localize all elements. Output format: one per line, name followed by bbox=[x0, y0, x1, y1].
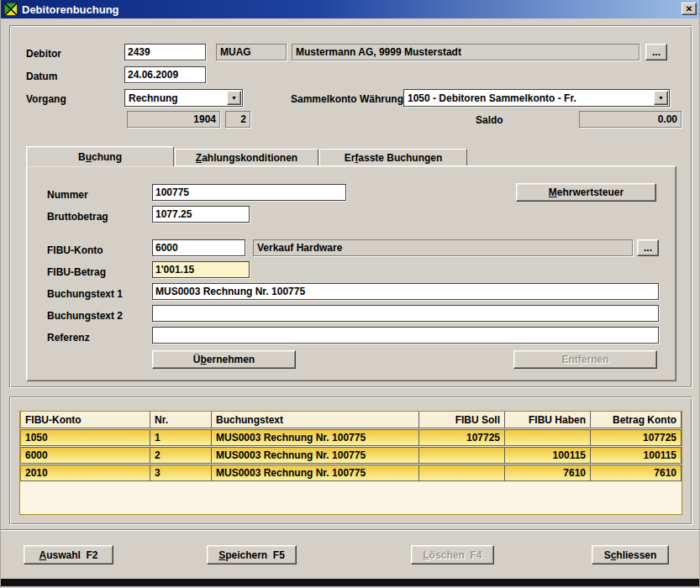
cell-haben bbox=[505, 429, 591, 446]
debitorenbuchung-window: Debitorenbuchung ✕ Debitor MUAG Musterma… bbox=[0, 0, 700, 588]
loeschen-button: Löschen F4 bbox=[411, 545, 494, 564]
bruttobetrag-input[interactable] bbox=[152, 206, 250, 223]
vorgang-label: Vorgang bbox=[26, 93, 66, 105]
fibu-konto-browse-button[interactable]: ... bbox=[637, 239, 659, 256]
debitor-code-field: MUAG bbox=[216, 44, 287, 60]
col-fibu-soll: FIBU Soll bbox=[419, 412, 505, 428]
debitor-label: Debitor bbox=[26, 48, 61, 60]
fibu-konto-label: FIBU-Konto bbox=[47, 244, 103, 256]
sammelkonto-select[interactable]: 1050 - Debitoren Sammelkonto - Fr. ▼ bbox=[403, 89, 670, 107]
chevron-down-icon[interactable]: ▼ bbox=[654, 91, 668, 105]
datum-label: Datum bbox=[26, 71, 57, 82]
vorgang-value: Rechnung bbox=[125, 92, 227, 104]
debitor-browse-button[interactable]: ... bbox=[645, 44, 667, 60]
speichern-button[interactable]: Speichern F5 bbox=[207, 545, 297, 564]
table-row[interactable]: 1050 1 MUS0003 Rechnung Nr. 100775 10772… bbox=[20, 429, 682, 446]
fibu-betrag-input[interactable] bbox=[152, 261, 250, 278]
cell-konto: 1050 bbox=[20, 429, 150, 446]
tab-buchung[interactable]: Buchung bbox=[26, 146, 174, 166]
referenz-input[interactable] bbox=[152, 327, 659, 344]
table-row[interactable]: 6000 2 MUS0003 Rechnung Nr. 100775 10011… bbox=[20, 447, 682, 464]
cell-nr: 1 bbox=[150, 429, 212, 446]
window-title: Debitorenbuchung bbox=[22, 3, 119, 16]
nummer-input[interactable] bbox=[152, 184, 346, 201]
footer-divider bbox=[1, 529, 700, 531]
cell-konto: 2010 bbox=[20, 465, 150, 481]
nummer-label: Nummer bbox=[47, 189, 88, 201]
saldo-label: Saldo bbox=[476, 114, 503, 126]
cell-haben: 7610 bbox=[505, 465, 591, 481]
table-header-row: FIBU-Konto Nr. Buchungstext FIBU Soll FI… bbox=[20, 412, 682, 428]
auswahl-button[interactable]: Auswahl F2 bbox=[24, 545, 113, 564]
col-buchungstext: Buchungstext bbox=[212, 412, 419, 428]
cell-betrag: 7610 bbox=[591, 465, 682, 481]
cell-konto: 6000 bbox=[20, 447, 150, 464]
col-fibu-haben: FIBU Haben bbox=[505, 412, 591, 428]
cell-soll bbox=[419, 447, 505, 464]
buchungstext1-label: Buchungstext 1 bbox=[47, 288, 123, 300]
debitor-nr-input[interactable] bbox=[124, 44, 206, 60]
saldo-field: 0.00 bbox=[579, 111, 682, 128]
chevron-down-icon[interactable]: ▼ bbox=[227, 91, 241, 105]
fibu-konto-input[interactable] bbox=[152, 239, 245, 256]
entfernen-button: Entfernen bbox=[513, 350, 657, 369]
col-betrag-konto: Betrag Konto bbox=[591, 412, 682, 428]
fibu-konto-name-field: Verkauf Hardware bbox=[253, 239, 633, 256]
col-nr: Nr. bbox=[150, 412, 212, 428]
cell-haben: 100115 bbox=[505, 447, 591, 464]
cell-soll: 107725 bbox=[419, 429, 505, 446]
cell-text: MUS0003 Rechnung Nr. 100775 bbox=[212, 465, 419, 481]
debitor-name-field: Mustermann AG, 9999 Musterstadt bbox=[292, 44, 639, 60]
bruttobetrag-label: Bruttobetrag bbox=[47, 211, 108, 223]
cell-text: MUS0003 Rechnung Nr. 100775 bbox=[212, 429, 419, 446]
cell-nr: 2 bbox=[150, 447, 212, 464]
cell-text: MUS0003 Rechnung Nr. 100775 bbox=[212, 447, 419, 464]
sammelkonto-value: 1050 - Debitoren Sammelkonto - Fr. bbox=[404, 92, 654, 104]
app-icon bbox=[4, 3, 18, 16]
fibu-betrag-label: FIBU-Betrag bbox=[47, 266, 106, 278]
referenz-label: Referenz bbox=[47, 332, 90, 344]
cell-betrag: 100115 bbox=[591, 447, 682, 464]
buchungstext1-input[interactable] bbox=[152, 283, 659, 300]
datum-input[interactable] bbox=[124, 66, 206, 83]
vorgang-select[interactable]: Rechnung ▼ bbox=[124, 89, 243, 107]
col-fibu-konto: FIBU-Konto bbox=[20, 412, 150, 428]
tab-erfasste-buchungen[interactable]: Erfasste Buchungen bbox=[319, 149, 467, 165]
beleg-zeile-field: 2 bbox=[225, 111, 250, 128]
title-bar: Debitorenbuchung ✕ bbox=[1, 0, 700, 18]
cell-soll bbox=[419, 465, 505, 481]
beleg-nr-field: 1904 bbox=[127, 111, 220, 128]
bookings-table: FIBU-Konto Nr. Buchungstext FIBU Soll FI… bbox=[19, 411, 682, 515]
buchungstext2-label: Buchungstext 2 bbox=[47, 310, 123, 322]
close-icon[interactable]: ✕ bbox=[682, 3, 697, 15]
buchungstext2-input[interactable] bbox=[152, 305, 659, 322]
schliessen-button[interactable]: Schliessen bbox=[592, 545, 669, 564]
uebernehmen-button[interactable]: Übernehmen bbox=[152, 350, 296, 369]
window-bottom-edge bbox=[1, 579, 700, 586]
tab-zahlungskonditionen[interactable]: Zahlungskonditionen bbox=[175, 149, 318, 165]
cell-nr: 3 bbox=[150, 465, 212, 481]
sammelkonto-label: Sammelkonto Währung bbox=[291, 93, 403, 105]
table-row[interactable]: 2010 3 MUS0003 Rechnung Nr. 100775 7610 … bbox=[20, 465, 682, 481]
cell-betrag: 107725 bbox=[591, 429, 682, 446]
mehrwertsteuer-button[interactable]: Mehrwertsteuer bbox=[516, 183, 656, 202]
